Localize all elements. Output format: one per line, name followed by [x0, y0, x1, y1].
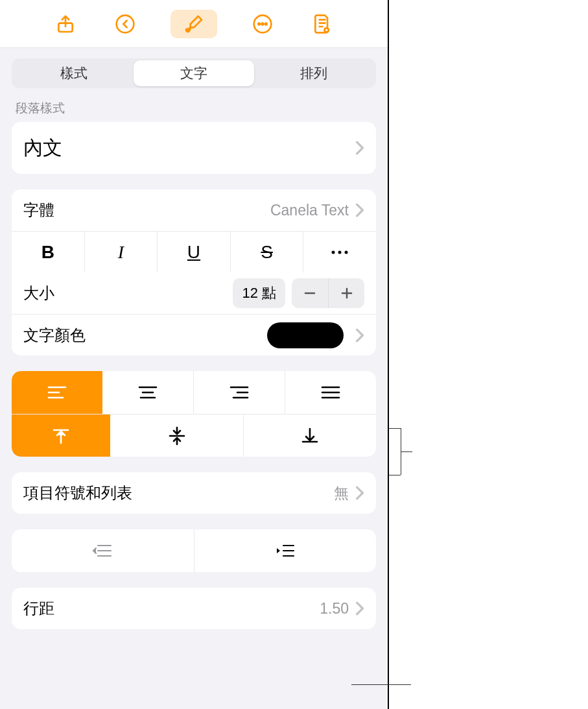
font-value: Canela Text — [270, 202, 349, 219]
chevron-right-icon — [355, 328, 364, 342]
chevron-right-icon — [355, 141, 364, 155]
font-row[interactable]: 字體 Canela Text — [12, 189, 376, 231]
chevron-right-icon — [355, 203, 364, 217]
size-value[interactable]: 12 點 — [233, 278, 285, 308]
bold-button[interactable]: B — [12, 232, 85, 272]
line-spacing-label: 行距 — [23, 598, 54, 619]
share-icon[interactable] — [51, 10, 80, 38]
text-color-label: 文字顏色 — [23, 325, 86, 346]
line-spacing-value: 1.50 — [320, 600, 349, 618]
valign-middle-button[interactable] — [110, 415, 243, 457]
chevron-right-icon — [355, 601, 364, 616]
callout-leader-1 — [401, 451, 412, 452]
underline-button[interactable]: U — [158, 232, 231, 272]
align-justify-button[interactable] — [285, 371, 376, 414]
tab-arrange[interactable]: 排列 — [254, 60, 374, 86]
svg-point-3 — [258, 23, 260, 25]
valign-bottom-button[interactable] — [244, 415, 376, 457]
align-right-button[interactable] — [194, 371, 285, 414]
svg-point-4 — [262, 23, 264, 25]
alignment-card — [12, 371, 376, 457]
font-label: 字體 — [23, 200, 54, 221]
indent-button[interactable] — [194, 529, 377, 572]
paragraph-style-row[interactable]: 內文 — [12, 122, 376, 174]
bullets-label: 項目符號和列表 — [23, 483, 132, 503]
more-options-icon[interactable] — [248, 10, 277, 38]
callout-leader-2 — [351, 684, 411, 685]
svg-point-10 — [345, 250, 348, 254]
more-font-options-button[interactable] — [303, 232, 376, 272]
size-increase-button[interactable] — [328, 278, 364, 308]
strikethrough-button[interactable]: S — [231, 232, 304, 272]
tab-style[interactable]: 樣式 — [14, 60, 134, 86]
format-brush-icon[interactable] — [171, 10, 217, 38]
callout-bracket-bottom — [389, 475, 401, 475]
outdent-button[interactable] — [12, 529, 194, 572]
size-stepper — [292, 278, 364, 308]
valign-top-button[interactable] — [12, 415, 110, 457]
align-left-button[interactable] — [12, 371, 102, 414]
svg-point-1 — [117, 15, 134, 32]
bullets-value: 無 — [334, 483, 349, 503]
line-spacing-row[interactable]: 行距 1.50 — [12, 588, 376, 629]
paragraph-style-value: 內文 — [23, 135, 62, 162]
font-style-buttons: B I U S — [12, 231, 376, 272]
svg-point-7 — [325, 29, 327, 30]
svg-point-8 — [332, 250, 335, 254]
inspector-tabs: 樣式 文字 排列 — [12, 58, 376, 88]
size-row: 大小 12 點 — [12, 272, 376, 314]
tab-text[interactable]: 文字 — [134, 60, 253, 86]
align-center-button[interactable] — [102, 371, 194, 414]
size-label: 大小 — [23, 283, 54, 304]
text-color-swatch[interactable] — [267, 322, 344, 348]
inspector-content: 樣式 文字 排列 段落樣式 內文 字體 Canela Text B I — [0, 48, 388, 709]
paragraph-style-label: 段落樣式 — [16, 100, 372, 117]
undo-icon[interactable] — [111, 10, 139, 38]
italic-button[interactable]: I — [85, 232, 158, 272]
size-decrease-button[interactable] — [292, 278, 328, 308]
svg-point-9 — [338, 250, 342, 254]
document-view-icon[interactable] — [308, 10, 336, 38]
chevron-right-icon — [355, 486, 364, 500]
text-color-row[interactable]: 文字顏色 — [12, 314, 376, 355]
callout-bracket-top — [389, 428, 401, 429]
top-toolbar — [0, 0, 388, 48]
svg-point-5 — [265, 23, 267, 25]
bullets-row[interactable]: 項目符號和列表 無 — [12, 472, 376, 514]
